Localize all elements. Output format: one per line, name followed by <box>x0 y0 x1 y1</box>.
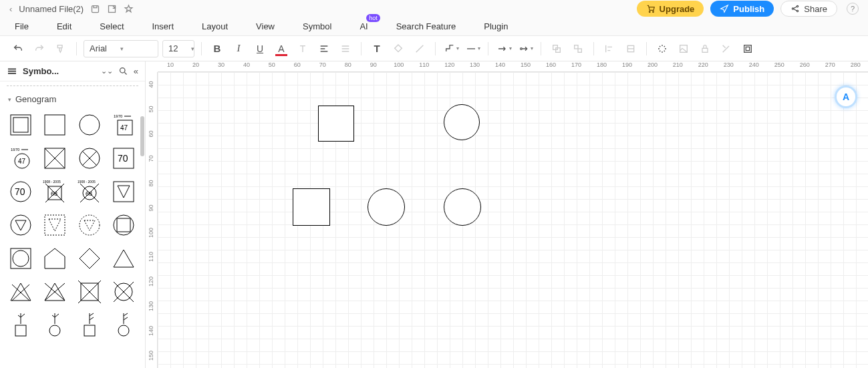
shape-palette: 197047 197047 70 70 1908 - 200568 1908 -… <box>0 108 145 346</box>
menu-search-feature[interactable]: Search Feature <box>396 21 456 31</box>
text-highlight-icon[interactable]: T <box>294 40 311 57</box>
shape-sq-tri-down[interactable] <box>110 178 138 206</box>
svg-text:1908 - 2005: 1908 - 2005 <box>78 180 96 184</box>
ruler-tick: 220 <box>690 61 716 71</box>
library-icon[interactable] <box>7 66 17 77</box>
shape-sq-stem[interactable] <box>7 311 35 339</box>
assistant-badge[interactable]: A <box>835 85 857 108</box>
star-icon[interactable] <box>124 4 134 14</box>
shape-circle-70[interactable]: 70 <box>7 178 35 206</box>
arrow-end-icon[interactable]: ▾ <box>517 40 534 57</box>
lock-icon[interactable] <box>696 40 714 57</box>
shape-tri-x[interactable] <box>7 278 35 306</box>
shape-circ-stem[interactable] <box>41 311 69 339</box>
publish-button[interactable]: Publish <box>710 1 774 17</box>
line-color-icon[interactable] <box>411 40 428 57</box>
sidebar-scrollbar[interactable] <box>140 116 144 156</box>
italic-icon[interactable]: I <box>230 40 247 57</box>
menu-layout[interactable]: Layout <box>202 21 228 31</box>
font-family-select[interactable]: Arial▾ <box>84 40 158 57</box>
collapse-sidebar-icon[interactable]: « <box>134 66 138 76</box>
canvas-circle[interactable] <box>444 188 481 226</box>
shape-sq-x2[interactable] <box>76 278 104 306</box>
svg-rect-59 <box>11 248 31 268</box>
shape-circle-x[interactable] <box>76 144 104 172</box>
back-icon[interactable]: ‹ <box>9 4 12 14</box>
shape-square-circle[interactable] <box>7 244 35 272</box>
shape-dashed-circ-tri[interactable] <box>76 211 104 239</box>
search-icon[interactable] <box>118 66 128 76</box>
shape-diamond[interactable] <box>76 244 104 272</box>
shape-square[interactable] <box>41 111 69 139</box>
font-size-select[interactable]: 12▾ <box>162 40 194 57</box>
canvas-grid[interactable] <box>158 72 868 368</box>
shape-tri-x2[interactable] <box>41 278 69 306</box>
image-icon[interactable] <box>675 40 692 57</box>
canvas-square[interactable] <box>318 106 354 142</box>
shape-double-circle-sq[interactable] <box>110 211 138 239</box>
menu-plugin[interactable]: Plugin <box>484 21 508 31</box>
effects-icon[interactable] <box>654 40 671 57</box>
line-spacing-icon[interactable] <box>337 40 354 57</box>
svg-text:47: 47 <box>120 124 128 132</box>
shape-dashed-sq-tri[interactable] <box>41 211 69 239</box>
shape-circ-tri-down[interactable] <box>7 211 35 239</box>
font-color-icon[interactable]: A <box>273 40 290 57</box>
redo-icon[interactable] <box>31 40 48 57</box>
shape-triangle[interactable] <box>110 244 138 272</box>
shape-range-square[interactable]: 1908 - 200568 <box>41 178 69 206</box>
menu-ai[interactable]: AI hot <box>359 21 368 31</box>
layers-icon[interactable] <box>739 40 756 57</box>
shape-square-x[interactable] <box>41 144 69 172</box>
shape-sq-stem-dash[interactable] <box>76 311 104 339</box>
svg-text:70: 70 <box>118 153 128 164</box>
separator <box>361 42 361 55</box>
canvas-square[interactable] <box>293 188 330 226</box>
shape-square-70[interactable]: 70 <box>110 144 138 172</box>
shape-circle[interactable] <box>76 111 104 139</box>
ungroup-icon[interactable] <box>569 40 587 57</box>
menu-insert[interactable]: Insert <box>152 21 174 31</box>
caret-down-icon: ▾ <box>120 45 124 52</box>
help-icon[interactable]: ? <box>847 3 859 15</box>
menu-select[interactable]: Select <box>100 21 124 31</box>
canvas[interactable]: 1020304050607080901001101201301401501601… <box>146 61 868 368</box>
panel-genogram[interactable]: ▾ Genogram <box>0 90 145 108</box>
upgrade-button[interactable]: Upgrade <box>637 1 704 17</box>
menu-file[interactable]: File <box>15 21 29 31</box>
file-name[interactable]: Unnamed File(2) <box>19 4 84 14</box>
svg-text:70: 70 <box>15 186 25 197</box>
expand-icon[interactable]: ⌄⌄ <box>101 67 113 75</box>
share-button[interactable]: Share <box>780 1 837 17</box>
text-tool-icon[interactable]: T <box>368 40 386 57</box>
canvas-circle[interactable] <box>444 104 480 140</box>
underline-icon[interactable]: U <box>251 40 269 57</box>
connector-style-icon[interactable]: ▾ <box>442 40 460 57</box>
group-icon[interactable] <box>548 40 565 57</box>
shape-year-square[interactable]: 197047 <box>110 111 138 139</box>
distribute-icon[interactable] <box>622 40 639 57</box>
shape-double-square[interactable] <box>7 111 35 139</box>
shape-circ-stem-dash[interactable] <box>110 311 138 339</box>
shape-circ-x2[interactable] <box>110 278 138 306</box>
menu-view[interactable]: View <box>256 21 275 31</box>
align-objects-icon[interactable] <box>601 40 618 57</box>
save-icon[interactable] <box>90 4 100 14</box>
fill-color-icon[interactable] <box>390 40 407 57</box>
canvas-circle[interactable] <box>368 188 405 226</box>
export-icon[interactable] <box>107 4 117 14</box>
menu-ai-label: AI <box>359 21 368 31</box>
tools-icon[interactable] <box>718 40 735 57</box>
undo-icon[interactable] <box>9 40 27 57</box>
separator <box>435 42 436 55</box>
format-painter-icon[interactable] <box>52 40 69 57</box>
menu-symbol[interactable]: Symbol <box>303 21 331 31</box>
shape-range-circle[interactable]: 1908 - 200568 <box>76 178 104 206</box>
menu-edit[interactable]: Edit <box>57 21 71 31</box>
shape-year-circle[interactable]: 197047 <box>7 144 35 172</box>
bold-icon[interactable]: B <box>208 40 226 57</box>
shape-pentagon[interactable] <box>41 244 69 272</box>
align-icon[interactable] <box>315 40 333 57</box>
arrow-start-icon[interactable]: ▾ <box>495 40 513 57</box>
line-style-icon[interactable]: ▾ <box>464 40 481 57</box>
